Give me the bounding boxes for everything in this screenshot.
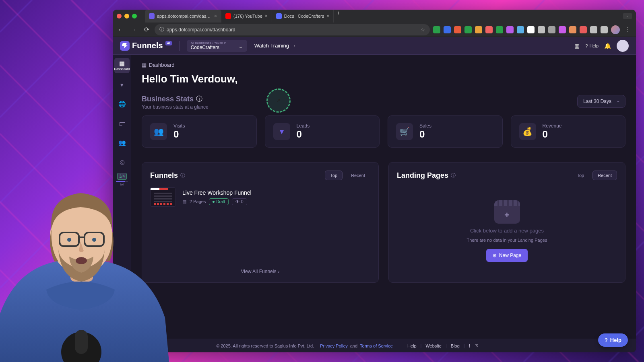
progress-text: 3/4: [117, 173, 127, 180]
stat-card-revenue[interactable]: 💰 Revenue 0: [511, 115, 626, 148]
sidebar-item-funnels[interactable]: ▾: [114, 77, 130, 93]
sidebar-item-globe[interactable]: 🌐: [114, 97, 130, 112]
extension-icon[interactable]: [506, 26, 514, 33]
reload-button[interactable]: ⟳: [142, 25, 151, 35]
appbar-right: ▦ ? Help 🔔: [574, 40, 629, 52]
funnel-name: Live Free Workshop Funnel: [182, 189, 252, 196]
watch-training-link[interactable]: Watch Training →: [254, 43, 296, 49]
browser-tab[interactable]: (176) YouTube ×: [221, 10, 272, 23]
bookmark-star-icon[interactable]: ☆: [421, 27, 425, 33]
chevron-down-icon[interactable]: ⌄: [623, 13, 632, 19]
business-selector[interactable]: All businesses • You're in CodeCrafters: [187, 40, 247, 52]
sidebar-item-settings[interactable]: ⚙: [114, 330, 130, 345]
new-page-label: New Page: [499, 253, 521, 258]
extension-icon[interactable]: [569, 26, 576, 33]
logo-badge: AI: [165, 41, 172, 45]
app-topbar: Funnels AI All businesses • You're in Co…: [113, 37, 636, 55]
sidebar-item-target[interactable]: ◎: [114, 154, 130, 170]
tab-close-icon[interactable]: ×: [214, 13, 217, 19]
help-fab-button[interactable]: ? Help: [598, 333, 628, 347]
stats-header: Business Stats ⓘ Your business stats at …: [142, 95, 625, 110]
extension-icon[interactable]: [590, 26, 597, 33]
pill-recent[interactable]: Recent: [592, 171, 617, 180]
page-title: Hello Tim Verdouw,: [142, 73, 625, 85]
terms-link[interactable]: Terms of Service: [360, 343, 393, 348]
extension-icon[interactable]: [433, 26, 440, 33]
svg-rect-9: [75, 330, 88, 354]
stat-card-sales[interactable]: 🛒 Sales 0: [388, 115, 503, 148]
tab-close-icon[interactable]: ×: [326, 13, 329, 19]
extension-icon[interactable]: [601, 26, 608, 33]
tab-close-icon[interactable]: ×: [265, 13, 268, 19]
sidebar-item-analytics[interactable]: ⫍: [114, 116, 130, 131]
extension-icon[interactable]: [496, 26, 503, 33]
stat-label: Sales: [419, 123, 431, 129]
gear-icon: ⚙: [119, 334, 125, 341]
new-tab-button[interactable]: +: [334, 10, 343, 23]
sidebar-item-dashboard[interactable]: ▦ Dashboard: [114, 58, 130, 73]
extension-icon[interactable]: [580, 26, 587, 33]
extension-icon[interactable]: [559, 26, 566, 33]
close-window-icon[interactable]: [117, 14, 122, 19]
stat-card-leads[interactable]: ▾ Leads 0: [265, 115, 380, 148]
extension-icon[interactable]: [444, 26, 451, 33]
footer-blog-link[interactable]: Blog: [451, 343, 460, 348]
x-icon[interactable]: 𝕏: [475, 343, 479, 348]
browser-tab[interactable]: Docs | CodeCrafters ×: [272, 10, 334, 23]
add-page-icon: [494, 200, 520, 224]
help-fab-label: Help: [610, 337, 621, 343]
url-input[interactable]: ⓘ apps.dotcompal.com/dashboard ☆: [155, 24, 430, 35]
browser-tab-active[interactable]: apps.dotcompal.com/dashbo ×: [145, 10, 221, 23]
panel-title: Landing Pages: [397, 171, 448, 180]
pill-top[interactable]: Top: [572, 171, 589, 180]
funnel-list-item[interactable]: Live Free Workshop Funnel ▤ 2 Pages Draf…: [150, 187, 370, 207]
apps-grid-icon[interactable]: ▦: [574, 43, 580, 49]
stat-card-visits[interactable]: 👥 Visits 0: [142, 115, 257, 148]
info-icon[interactable]: ⓘ: [180, 172, 185, 179]
logo-text: Funnels: [132, 41, 163, 50]
extension-icon[interactable]: [485, 26, 493, 33]
info-icon[interactable]: ⓘ: [451, 172, 456, 179]
sidebar-progress[interactable]: 3/4 ted: [113, 173, 131, 186]
funnel-thumbnail: [150, 187, 176, 207]
logo[interactable]: Funnels AI: [120, 41, 172, 51]
extension-icon[interactable]: [527, 26, 535, 33]
divider: [179, 41, 180, 51]
help-link[interactable]: ? Help: [585, 43, 599, 48]
extension-icon[interactable]: [548, 26, 555, 33]
profile-avatar-icon[interactable]: [611, 25, 620, 34]
arrow-right-icon: →: [291, 43, 296, 49]
back-button[interactable]: ←: [116, 25, 126, 35]
extension-icon[interactable]: [517, 26, 524, 33]
facebook-icon[interactable]: f: [469, 343, 470, 348]
extension-icon[interactable]: [475, 26, 482, 33]
pill-top[interactable]: Top: [325, 171, 343, 180]
stat-label: Visits: [173, 123, 185, 129]
bell-icon[interactable]: 🔔: [604, 43, 611, 49]
browser-menu-icon[interactable]: ⋮: [623, 25, 633, 35]
privacy-link[interactable]: Privacy Policy: [320, 343, 347, 348]
extension-icon[interactable]: [538, 26, 545, 33]
date-range-value: Last 30 Days: [583, 99, 611, 104]
new-page-button[interactable]: ⊕ New Page: [486, 249, 528, 262]
extension-icon[interactable]: [454, 26, 461, 33]
date-range-selector[interactable]: Last 30 Days: [577, 95, 625, 108]
maximize-window-icon[interactable]: [132, 14, 137, 19]
avatar[interactable]: [617, 40, 629, 52]
svg-rect-3: [85, 232, 104, 246]
sidebar-item-users[interactable]: 👥: [114, 135, 130, 150]
pill-recent[interactable]: Recent: [346, 171, 370, 180]
view-all-funnels-link[interactable]: View All Funnels ›: [241, 269, 280, 274]
forward-button[interactable]: →: [129, 25, 138, 35]
funnel-icon: ▾: [273, 123, 290, 140]
url-text: apps.dotcompal.com/dashboard: [167, 27, 235, 33]
landing-pages-panel: Landing Pages ⓘ Top Recent Click below t…: [388, 162, 625, 283]
footer-website-link[interactable]: Website: [425, 343, 442, 348]
extension-icon[interactable]: [464, 26, 472, 33]
site-info-icon[interactable]: ⓘ: [159, 26, 164, 33]
minimize-window-icon[interactable]: [124, 14, 129, 19]
svg-point-7: [76, 257, 87, 264]
tab-title: (176) YouTube: [233, 14, 262, 19]
footer-help-link[interactable]: Help: [407, 343, 417, 348]
info-icon[interactable]: ⓘ: [196, 95, 202, 103]
